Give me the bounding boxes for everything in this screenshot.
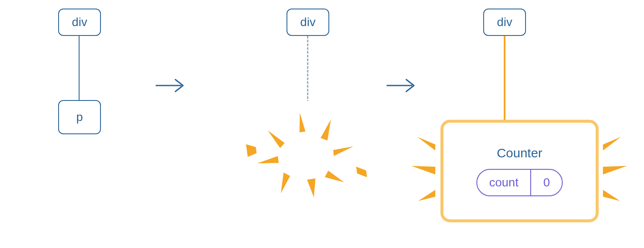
spark-burst-right-icon [599, 137, 629, 205]
svg-marker-2 [318, 119, 334, 142]
stage2-div-node: div [287, 9, 329, 36]
counter-title: Counter [497, 146, 543, 160]
svg-marker-8 [268, 128, 285, 149]
state-pill: count 0 [476, 169, 563, 196]
stage1-div-node: div [58, 9, 101, 36]
svg-marker-12 [417, 137, 435, 151]
svg-marker-17 [603, 190, 620, 201]
poof-sparks-icon [241, 94, 370, 216]
svg-marker-9 [246, 143, 257, 157]
arrow-icon [385, 77, 419, 94]
svg-marker-3 [333, 146, 354, 156]
state-value: 0 [531, 170, 562, 195]
svg-marker-16 [603, 166, 627, 174]
stage1-p-node: p [58, 100, 101, 134]
stage3-connector-orange [504, 36, 505, 121]
svg-marker-5 [307, 178, 318, 198]
stage2-poof-box [241, 94, 370, 216]
svg-marker-10 [356, 165, 367, 179]
svg-marker-4 [324, 168, 344, 185]
stage3-div-node: div [483, 9, 526, 36]
stage2-connector-dashed [307, 36, 308, 106]
svg-marker-7 [257, 156, 279, 166]
svg-marker-1 [297, 112, 305, 133]
state-key: count [477, 170, 532, 195]
svg-marker-15 [603, 137, 621, 151]
spark-burst-left-icon [410, 137, 440, 205]
svg-marker-6 [278, 172, 292, 193]
svg-marker-13 [411, 166, 435, 174]
counter-card: Counter count 0 [440, 120, 599, 222]
arrow-icon [154, 77, 188, 94]
stage1-connector [79, 36, 80, 100]
diagram-stage: div p div div [0, 0, 644, 248]
svg-marker-14 [418, 190, 435, 201]
